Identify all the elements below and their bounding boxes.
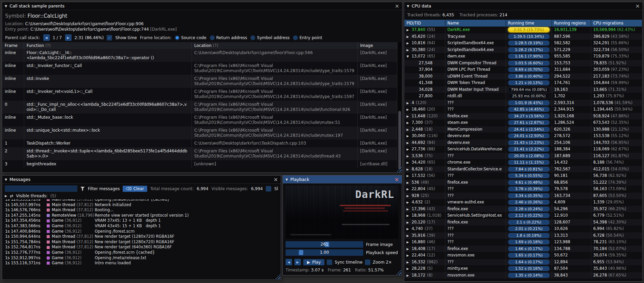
cpu-row[interactable]: 27,548 DWM Compositor Thread 1:03.5 (6.6… <box>404 60 642 67</box>
callstack-row[interactable]: inline std::_Invoker_functor::_Call C:\P… <box>2 62 397 75</box>
frame-location-radio[interactable]: Symbol address <box>250 35 290 40</box>
radio-icon[interactable] <box>250 35 255 40</box>
cpu-row[interactable]: ▶34,420(65) chrome.exe 11.11 s (1.15%) 1… <box>404 159 642 166</box>
expand-icon[interactable]: ▶ <box>407 226 412 232</box>
expand-icon[interactable]: ▶ <box>407 246 412 252</box>
next-frame-button[interactable]: ▶ <box>294 259 301 265</box>
expand-icon[interactable]: ▶ <box>407 153 412 160</box>
messages-titlebar[interactable]: ▼ Messages × <box>2 176 281 184</box>
cpu-row[interactable]: ▶30,380(24) ScriptedSandbox64.exe 1:28.2… <box>404 47 642 53</box>
expand-icon[interactable]: ▶ <box>407 127 412 133</box>
visible-threads-row[interactable]: ▶ ⇄ Visible threads: (5) <box>2 193 281 200</box>
message-row[interactable]: 1s 152,764,817ns Main thread (37,812) Ne… <box>2 245 280 250</box>
expand-icon[interactable]: ▶ <box>407 40 412 47</box>
callstack-row[interactable]: inline std::_Mutex_base::lock C:\Program… <box>2 114 397 127</box>
cpu-row[interactable]: 27,800 ntdll.dll 25.93 ms (0.00%) 1,702 … <box>404 93 642 100</box>
cpu-row[interactable]: ▶30,060(116) devenv.exe 24.01 s (2.50%) … <box>404 133 642 139</box>
close-icon[interactable]: × <box>274 177 278 182</box>
expand-icon[interactable]: ▶ <box>407 100 412 106</box>
expand-icon[interactable]: ▶ <box>407 213 412 219</box>
expand-icon[interactable]: ▶ <box>407 186 412 193</box>
message-row[interactable]: 1s 120,335,272ns Main thread (37,812) Op… <box>2 199 280 202</box>
cpu-row[interactable]: ▶4(120) ??? 1:01.9 (6.43%) 2,593,314 1,0… <box>404 100 642 106</box>
close-icon[interactable]: × <box>395 177 399 182</box>
radio-icon[interactable] <box>175 35 180 40</box>
message-row[interactable]: 1s 152,776,777ns Game (36,912) Opening /… <box>2 250 280 255</box>
scrollbar[interactable] <box>398 42 402 172</box>
sync-timeline-checkbox[interactable]: ✓ <box>327 260 332 265</box>
next-parent-button[interactable]: ▶ <box>65 34 72 41</box>
col-cpu-migrations[interactable]: CPU migrations <box>591 20 642 27</box>
collapse-icon[interactable]: ▼ <box>407 4 409 8</box>
expand-icon[interactable]: ▶ <box>407 173 412 179</box>
cpu-row[interactable]: ▶18,968(1,018) ServiceHub.SettingsHost.e… <box>404 212 642 219</box>
frame-slider[interactable]: 261 <box>286 241 363 248</box>
expand-icon[interactable]: ▶ <box>407 239 412 246</box>
expand-icon[interactable]: ▶ <box>407 252 412 259</box>
cpu-row[interactable]: ▶10,816(64) ScriptedSandbox64.exe 1:28.5… <box>404 40 642 47</box>
expand-icon[interactable]: ▶ <box>5 194 7 198</box>
cpu-titlebar[interactable]: ▼ CPU data × <box>404 2 643 10</box>
clear-button[interactable]: ⌫ Clear <box>123 186 147 192</box>
cpu-row[interactable]: ▶22,804(45) ??? 3.78 s (0.39%) 79,578 58… <box>404 186 642 193</box>
expand-icon[interactable]: ▶ <box>407 180 412 186</box>
scrollbar-thumb[interactable] <box>398 111 401 169</box>
cpu-row[interactable]: ▶18,408(17) firefox.exe 1.66 s (0.17%) 1… <box>404 246 642 252</box>
cpu-row[interactable]: ▶4,632(2) vmware-authd.exe 2.46 s (0.26%… <box>404 199 642 206</box>
expand-icon[interactable]: ▶ <box>407 140 412 146</box>
message-row[interactable]: 1s 147,400,846ns Game (36,912) Opening /… <box>2 229 280 234</box>
expand-icon[interactable]: ▶ <box>407 233 412 239</box>
speed-slider[interactable]: 1.00 <box>286 249 363 256</box>
close-icon[interactable]: × <box>635 3 640 9</box>
callstack-row[interactable]: inline std::unique_lock<std::mutex>::loc… <box>2 127 397 139</box>
col-image[interactable]: Image <box>358 42 397 49</box>
frame-location-radio[interactable]: Source code <box>175 35 206 40</box>
expand-icon[interactable]: ▶ <box>407 266 412 272</box>
callstack-row[interactable]: inline std::_Invoker_ret<void,1>::_Call … <box>2 88 397 101</box>
expand-icon[interactable]: ▶ <box>407 34 412 40</box>
expand-icon[interactable]: ▶ <box>407 113 412 120</box>
cpu-row[interactable]: ▼13,072(65) dwm.exe 1:16.1 (7.90%) 955,5… <box>404 53 642 60</box>
cpu-row[interactable]: ▶7,300(37) steam.exe 27.61 s (2.87%) 1,2… <box>404 119 642 126</box>
cpu-row[interactable]: ▶3,536(75) ??? 20.05 s (2.08%) 187,689 1… <box>404 153 642 160</box>
expand-icon[interactable]: ▶ <box>407 47 412 53</box>
callstack-row[interactable]: 1 TaskDispatch::Worker C:\Users\wolf\Des… <box>2 139 397 147</box>
message-row[interactable]: 1s 150,994,644ns Main thread (37,812) Ne… <box>2 234 280 239</box>
cpu-row[interactable]: ▶44,692(84) devenv.exe 21.43 s (2.23%) 2… <box>404 139 642 146</box>
radio-icon[interactable] <box>293 35 298 40</box>
expand-icon[interactable]: ▶ <box>407 206 412 213</box>
cpu-row[interactable]: ▶536(49) firefox.exe 4.61 s (0.48%) 68,8… <box>404 179 642 186</box>
expand-icon[interactable]: ▶ <box>407 160 412 166</box>
col-pid-tid[interactable]: PID/TID <box>404 20 445 27</box>
cpu-row[interactable]: ▶4,740(37) ??? 2.01 s (0.21%) 10,626 6,9… <box>404 226 642 232</box>
col-name[interactable]: Name <box>445 20 506 27</box>
cpu-row[interactable]: ▶11,648(120) firefox.exe 34.27 s (3.56%)… <box>404 113 642 120</box>
col-function[interactable]: Function (?) <box>24 42 192 49</box>
expand-icon[interactable]: ▶ <box>407 219 412 226</box>
col-frame[interactable]: Frame <box>2 42 24 49</box>
show-time-checkbox[interactable]: ✓ <box>107 35 112 40</box>
cpu-row[interactable]: ▶928(25) ??? 3.34 s (0.35%) 163,734 87,6… <box>404 193 642 199</box>
expand-icon[interactable]: ▶ <box>407 120 412 126</box>
expand-icon[interactable]: ▶ <box>407 166 412 173</box>
cpu-row[interactable]: 37,904 DWM LPC Port Thread 6.69 s (0.70%… <box>404 66 642 73</box>
cpu-row[interactable]: ▶16,332(982) ??? 1.64 s (0.17%) 12,894 6… <box>404 259 642 266</box>
expand-icon[interactable]: ▶ <box>407 199 412 206</box>
message-row[interactable]: 1s 147,383,566ns Game (36,912) VRAM 43x4… <box>2 223 280 229</box>
callstack-titlebar[interactable]: ▼ Call stack sample parents × <box>2 2 402 10</box>
callstack-row[interactable]: 2 std::thread::_Invoke<std::tuple<<lambd… <box>2 147 397 160</box>
collapse-icon[interactable]: ▼ <box>5 4 7 8</box>
cpu-row[interactable]: ▶18,172(8) msvsmon.exe 1.35 s (0.14%) 38… <box>404 272 642 279</box>
col-running-regions[interactable]: Running regions <box>552 20 591 27</box>
collapse-icon[interactable]: ▼ <box>286 178 288 181</box>
expand-icon[interactable]: ▶ <box>407 259 412 266</box>
col-location[interactable]: Location (?) <box>192 42 358 49</box>
cpu-row[interactable]: ▶8,628(18) StandardCollector.Service.e 7… <box>404 166 642 173</box>
prev-parent-button[interactable]: ◀ <box>43 34 50 41</box>
radio-icon[interactable] <box>210 35 215 40</box>
collapse-icon[interactable]: ▼ <box>5 178 7 181</box>
message-row[interactable]: 1s 146,576,766ns Main thread (37,812) Bo… <box>2 207 280 213</box>
cpu-row[interactable]: ▶16,880(46) ??? 1.69 s (0.18%) 123,988 7… <box>404 239 642 246</box>
expand-icon[interactable]: ▶ <box>407 272 412 279</box>
cpu-row[interactable]: ▶35,916(39) ??? 1.8 s (0.19%) 13,313 6,7… <box>404 232 642 239</box>
